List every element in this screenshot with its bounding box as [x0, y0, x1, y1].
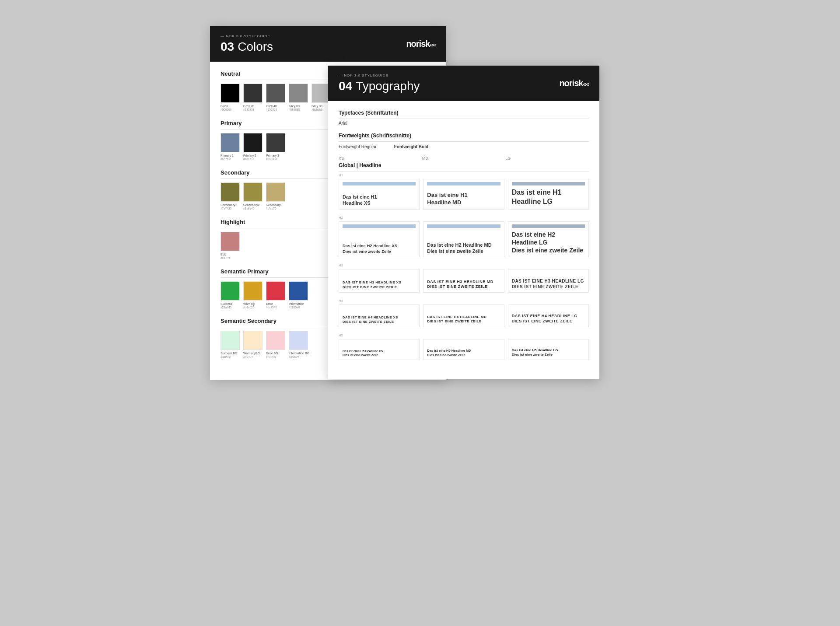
h1-lg-text: Das ist eine H1Headline LG — [512, 188, 585, 206]
h2-row: Das ist eine H2 Headline XSDies ist eine… — [339, 221, 589, 258]
h1-lg-bar — [512, 182, 585, 185]
h1-row: Das ist eine H1Headline XS Das ist eine … — [339, 179, 589, 210]
h2-lg-cell: Das ist eine H2Headline LGDies ist eine … — [508, 221, 589, 258]
swatch-error-bg: Error BG#fad0d4 — [266, 331, 285, 358]
h5-level-label: H5 — [339, 333, 589, 337]
h3-md-cell: DAS IST EINE H3 HEADLINE MDDIES IST EINE… — [423, 269, 504, 293]
h3-xs-cell: DAS IST EINE H3 HEADLINE XSDIES IST EINE… — [339, 269, 420, 293]
typography-card: — NOK 3.0 STYLEGUIDE 04Typography norisk… — [328, 66, 599, 379]
h1-xs-cell: Das ist eine H1Headline XS — [339, 179, 420, 210]
swatch-color-grey20 — [243, 84, 262, 103]
typo-logo-arrows: «« — [583, 80, 589, 87]
fw-bold-label: Fontweight Bold — [394, 144, 428, 149]
h1-md-cell: Das ist eine H1Headline MD — [423, 179, 504, 210]
swatch-color-sec3 — [266, 182, 285, 202]
swatch-color-primary3 — [266, 133, 285, 152]
swatch-color-grey60 — [289, 84, 308, 103]
colors-title: 03Colors — [220, 40, 273, 54]
swatch-grey20: Grey 20#333333 — [243, 84, 262, 111]
swatch-sec1: Secondary1#7a7435 — [220, 182, 240, 210]
typography-card-header: — NOK 3.0 STYLEGUIDE 04Typography norisk… — [328, 66, 599, 101]
h1-section: H1 Das ist eine H1Headline XS Das ist ei… — [339, 173, 589, 210]
swatch-color-grey40 — [266, 84, 285, 103]
h4-row: DAS IST EINE H4 HEADLINE XSDIES IST EINE… — [339, 304, 589, 327]
h5-lg-cell: Das ist eine H5 Headline LGDies ist eine… — [508, 339, 589, 360]
colors-logo: norisk«« — [406, 39, 436, 49]
swatch-primary2: Primary 2#1a1a1a — [243, 133, 262, 161]
swatch-color-success-bg — [220, 331, 240, 350]
h2-section: H2 Das ist eine H2 Headline XSDies ist e… — [339, 216, 589, 258]
colors-title-text: Colors — [238, 40, 273, 53]
h4-lg-text: DAS IST EINE H4 HEADLINE LGDIES IST EINE… — [512, 314, 585, 324]
h5-section: H5 Das ist eine H5 Headline XSDies ist e… — [339, 333, 589, 360]
h4-md-text: DAS IST EINE H4 HEADLINE MDDIES IST EINE… — [427, 315, 500, 324]
typefaces-value: Arial — [339, 121, 589, 126]
h3-xs-text: DAS IST EINE H3 HEADLINE XSDIES IST EINE… — [343, 280, 416, 290]
colors-header-left: — NOK 3.0 STYLEGUIDE 03Colors — [220, 34, 273, 54]
swatch-sec3: Secondary3#bfab70 — [266, 182, 285, 210]
fontweights-row: Fontweight Regular Fontweight Bold — [339, 144, 589, 149]
h5-xs-cell: Das ist eine H5 Headline XSDies ist eine… — [339, 339, 420, 360]
swatch-color-error — [266, 281, 285, 301]
colors-number: 03 — [220, 40, 234, 53]
swatch-color-info — [289, 281, 308, 301]
h5-md-cell: Das ist eine H5 Headline MDDies ist eine… — [423, 339, 504, 360]
h1-xs-text: Das ist eine H1Headline XS — [343, 194, 416, 206]
swatch-success: Success#28a745 — [220, 281, 240, 309]
swatch-primary3: Primary 3#3a3a3a — [266, 133, 285, 161]
sizes-header: XS MD LG — [339, 156, 589, 161]
h3-lg-text: DAS IST EINE H3 HEADLINE LGDIES IST EINE… — [512, 278, 585, 290]
swatch-edit: Edit#c47f7f — [220, 232, 240, 259]
h3-row: DAS IST EINE H3 HEADLINE XSDIES IST EINE… — [339, 269, 589, 293]
size-xs: XS — [339, 156, 422, 161]
h2-xs-cell: Das ist eine H2 Headline XSDies ist eine… — [339, 221, 420, 258]
swatch-color-info-bg — [289, 331, 308, 350]
h2-md-cell: Das ist eine H2 Headline MDDies ist eine… — [423, 221, 504, 258]
typo-title-text: Typography — [356, 79, 420, 93]
h2-lg-bar — [512, 224, 585, 228]
global-headline-section: XS MD LG Global | Headline H1 Das ist ei… — [339, 156, 589, 360]
h1-xs-bar — [343, 182, 416, 185]
swatch-success-bg: Success BG#d4f5e0 — [220, 331, 240, 358]
swatch-primary1: Primary 1#6b7f9e — [220, 133, 240, 161]
h3-level-label: H3 — [339, 263, 589, 267]
swatch-black: Black#000000 — [220, 84, 240, 111]
h5-xs-text: Das ist eine H5 Headline XSDies ist eine… — [343, 349, 416, 357]
global-headline-title: Global | Headline — [339, 162, 589, 171]
typo-title: 04Typography — [339, 79, 420, 93]
swatch-grey40: Grey 40#555555 — [266, 84, 285, 111]
typography-card-body: Typefaces (Schriftarten) Arial Fontweigh… — [328, 101, 599, 379]
h4-lg-cell: DAS IST EINE H4 HEADLINE LGDIES IST EINE… — [508, 304, 589, 327]
swatch-color-error-bg — [266, 331, 285, 350]
typefaces-title: Typefaces (Schriftarten) — [339, 110, 589, 119]
h2-md-text: Das ist eine H2 Headline MDDies ist eine… — [427, 242, 500, 255]
h1-md-text: Das ist eine H1Headline MD — [427, 192, 500, 206]
swatch-color-primary1 — [220, 133, 240, 152]
typo-number: 04 — [339, 79, 352, 93]
fontweights-section: Fontweights (Schriftschnitte) Fontweight… — [339, 133, 589, 149]
swatch-color-success — [220, 281, 240, 301]
h4-section: H4 DAS IST EINE H4 HEADLINE XSDIES IST E… — [339, 299, 589, 327]
h3-md-text: DAS IST EINE H3 HEADLINE MDDIES IST EINE… — [427, 280, 500, 290]
h3-lg-cell: DAS IST EINE H3 HEADLINE LGDIES IST EINE… — [508, 269, 589, 293]
h4-xs-cell: DAS IST EINE H4 HEADLINE XSDIES IST EINE… — [339, 304, 420, 327]
h1-lg-cell: Das ist eine H1Headline LG — [508, 179, 589, 210]
h1-level-label: H1 — [339, 173, 589, 177]
h4-xs-text: DAS IST EINE H4 HEADLINE XSDIES IST EINE… — [343, 315, 416, 324]
h2-md-bar — [427, 224, 500, 228]
typo-header-left: — NOK 3.0 STYLEGUIDE 04Typography — [339, 73, 420, 93]
swatch-grey60: Grey 60#888888 — [289, 84, 308, 111]
colors-subtitle: — NOK 3.0 STYLEGUIDE — [220, 34, 273, 38]
size-lg: LG — [505, 156, 589, 161]
typo-subtitle: — NOK 3.0 STYLEGUIDE — [339, 73, 420, 77]
swatch-sec2: Secondary2#9a8e40 — [243, 182, 262, 210]
size-md: MD — [422, 156, 506, 161]
swatch-color-warning — [243, 281, 262, 301]
swatch-color-black — [220, 84, 240, 103]
h5-lg-text: Das ist eine H5 Headline LGDies ist eine… — [512, 348, 585, 357]
swatch-color-sec1 — [220, 182, 240, 202]
h2-lg-text: Das ist eine H2Headline LGDies ist eine … — [512, 231, 585, 255]
swatch-info: Information#2855a0 — [289, 281, 308, 309]
h1-md-bar — [427, 182, 500, 185]
h2-xs-text: Das ist eine H2 Headline XSDies ist eine… — [343, 243, 416, 254]
